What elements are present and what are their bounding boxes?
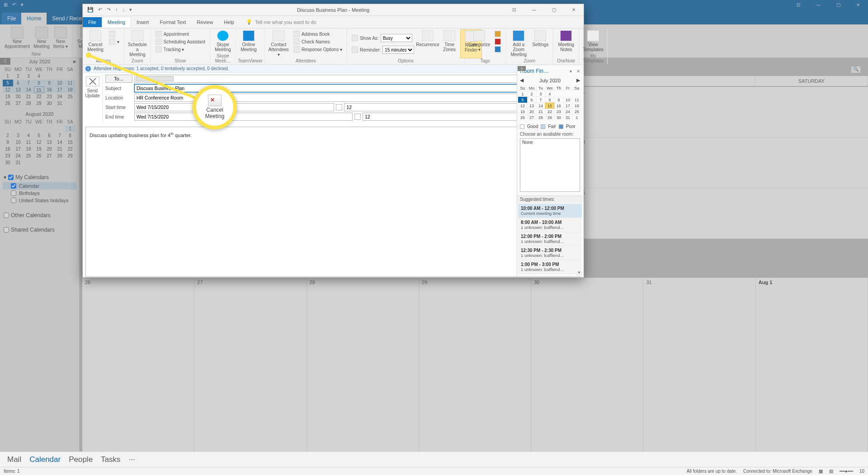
rf-mini-calendar[interactable]: SuMoTuWeThFrSa28293012345678910111213141… bbox=[518, 85, 582, 120]
ribbon-group-attendees: Contact Attendees ▾ Address Book Check N… bbox=[265, 28, 347, 64]
calendar-bottom-row: 26 27 28 29 30 31 Aug 1 bbox=[82, 278, 868, 451]
group-label-teamviewer: TeamViewer bbox=[238, 58, 263, 64]
suggested-time-item[interactable]: 10:00 AM - 12:00 PMCurrent meeting time bbox=[518, 204, 582, 218]
day-cell[interactable]: 27 bbox=[194, 278, 307, 451]
maximize-icon[interactable]: ▢ bbox=[828, 0, 848, 9]
close-icon[interactable]: ✕ bbox=[848, 0, 868, 9]
start-time-input[interactable] bbox=[344, 103, 544, 111]
day-cell[interactable]: 25 bbox=[577, 188, 868, 239]
suggested-time-item[interactable]: 1:00 PM - 3:00 PM1 unknown: lcaffiend… bbox=[518, 260, 582, 274]
check-names-icon bbox=[293, 38, 300, 45]
close-pane-icon[interactable]: ✕ bbox=[576, 69, 580, 74]
outer-window-controls: ⊡ — ▢ ✕ bbox=[788, 0, 868, 9]
search-icon[interactable]: 🔍 bbox=[851, 66, 861, 73]
response-options-button[interactable]: Response Options ▾ bbox=[292, 46, 344, 53]
ribbon-group-tags: Categorize ▾ Tags bbox=[465, 28, 506, 64]
close-icon[interactable]: ✕ bbox=[564, 4, 584, 16]
my-calendars-checkbox[interactable] bbox=[8, 175, 14, 180]
tell-me-search[interactable]: 💡Tell me what you want to do bbox=[246, 19, 316, 25]
ribbon-group-onenote: Meeting Notes OneNote bbox=[553, 28, 579, 64]
nav-calendar[interactable]: Calendar bbox=[29, 455, 61, 464]
view-templates-button[interactable]: View Templates bbox=[581, 29, 605, 53]
ribbon-display-icon[interactable]: ⊡ bbox=[788, 0, 808, 9]
other-calendars-header[interactable]: Other Calendars bbox=[3, 210, 76, 220]
group-label-onenote: OneNote bbox=[555, 58, 577, 64]
day-cell-aug1[interactable]: Aug 1 bbox=[756, 278, 868, 451]
check-names-button[interactable]: Check Names bbox=[292, 38, 344, 45]
date-picker-icon[interactable] bbox=[336, 104, 342, 110]
online-meeting-button[interactable]: Online Meeting bbox=[238, 29, 259, 58]
time-zones-icon bbox=[443, 30, 455, 41]
ribbon-group-zoom2: Add a Zoom Meeting Settings Zoom bbox=[506, 28, 553, 64]
nav-tasks[interactable]: Tasks bbox=[101, 455, 120, 464]
add-zoom-meeting-button[interactable]: Add a Zoom Meeting bbox=[508, 29, 529, 58]
maximize-icon[interactable]: ▢ bbox=[544, 4, 564, 16]
high-importance-button[interactable] bbox=[493, 38, 503, 45]
minimize-icon[interactable]: — bbox=[524, 4, 544, 16]
suggested-time-item[interactable]: 12:00 PM - 2:00 PM1 unknown: lcaffiend… bbox=[518, 232, 582, 246]
day-cell[interactable]: 30 bbox=[531, 278, 643, 451]
calendar-right-column: 11 18 25 bbox=[577, 87, 868, 239]
contact-attendees-button[interactable]: Contact Attendees ▾ bbox=[267, 29, 291, 58]
meeting-window-title: Discuss Business Plan - Meeting bbox=[297, 7, 369, 13]
legend-good-swatch bbox=[520, 124, 524, 129]
high-importance-icon bbox=[495, 38, 501, 45]
status-bar: Items: 1 All folders are up to date. Con… bbox=[0, 467, 868, 475]
shared-calendars-header[interactable]: Shared Calendars bbox=[3, 225, 76, 235]
day-cell[interactable]: 31 bbox=[643, 278, 755, 451]
zoom-settings-button[interactable]: Settings bbox=[529, 29, 551, 58]
rf-next-month-icon[interactable]: ▶ bbox=[576, 77, 580, 83]
group-label-options: Options bbox=[349, 58, 462, 64]
nav-more-icon[interactable]: ··· bbox=[129, 455, 135, 464]
calendar-checkbox[interactable] bbox=[11, 183, 16, 189]
rf-scrollbar[interactable] bbox=[576, 272, 583, 276]
rf-month-nav: ◀ July 2020 ▶ bbox=[517, 76, 583, 84]
minimize-icon[interactable]: — bbox=[808, 0, 828, 9]
ribbon-group-options: Show As:Busy Reminder:15 minutes Recurre… bbox=[347, 28, 465, 64]
suggested-time-item[interactable]: 8:00 AM - 10:00 AM1 unknown: lcaffiend… bbox=[518, 218, 582, 232]
ribbon-group-templates: View Templates My Templates bbox=[579, 28, 608, 64]
day-cell[interactable]: 11 bbox=[577, 87, 868, 138]
day-cell[interactable]: 18 bbox=[577, 138, 868, 188]
zoom-level: 10 bbox=[859, 469, 864, 474]
list-item-calendar[interactable]: Calendar bbox=[3, 182, 76, 190]
group-label-zoom2: Zoom bbox=[508, 58, 551, 64]
day-cell[interactable]: 29 bbox=[419, 278, 531, 451]
low-importance-button[interactable] bbox=[493, 46, 503, 53]
birthdays-checkbox[interactable] bbox=[11, 190, 16, 196]
legend-fair-swatch bbox=[541, 124, 545, 129]
categorize-button[interactable]: Categorize ▾ bbox=[467, 29, 492, 58]
view-normal-icon[interactable]: ▦ bbox=[819, 469, 823, 474]
group-label-attendees: Attendees bbox=[267, 58, 345, 64]
show-as-select[interactable]: Busy bbox=[381, 34, 412, 42]
my-calendars-header[interactable]: ▾My Calendars bbox=[3, 172, 76, 182]
status-updated: All folders are up to date. bbox=[687, 469, 737, 474]
tab-help[interactable]: Help bbox=[218, 17, 240, 27]
reminder-select[interactable]: 15 minutes bbox=[382, 46, 414, 54]
day-cell[interactable]: 26 bbox=[82, 278, 194, 451]
private-button[interactable] bbox=[493, 30, 503, 38]
status-connection: Connected to: Microsoft Exchange bbox=[743, 469, 812, 474]
nav-people[interactable]: People bbox=[69, 455, 93, 464]
ribbon-display-icon[interactable]: ⊡ bbox=[504, 4, 524, 16]
time-zones-button[interactable]: Time Zones bbox=[439, 29, 460, 58]
date-picker-icon[interactable] bbox=[354, 114, 361, 120]
list-item-holidays[interactable]: United States holidays bbox=[3, 197, 76, 204]
rf-room-list[interactable]: None bbox=[520, 138, 580, 192]
day-cell[interactable]: 28 bbox=[307, 278, 419, 451]
nav-mail[interactable]: Mail bbox=[7, 455, 21, 464]
categorize-icon bbox=[473, 30, 485, 41]
other-cal-checkbox[interactable] bbox=[4, 213, 9, 218]
meeting-body-editor[interactable]: Discuss updating business plan for 4th q… bbox=[85, 127, 581, 277]
view-reading-icon[interactable]: ▤ bbox=[829, 469, 833, 474]
rf-prev-month-icon[interactable]: ◀ bbox=[520, 77, 524, 83]
list-item-birthdays[interactable]: Birthdays bbox=[3, 190, 76, 197]
pane-options-icon[interactable]: ▾ bbox=[570, 69, 572, 74]
address-book-button[interactable]: Address Book bbox=[292, 30, 344, 38]
recurrence-button[interactable]: Recurrence bbox=[417, 29, 439, 58]
shared-cal-checkbox[interactable] bbox=[4, 227, 9, 233]
suggested-time-item[interactable]: 12:30 PM - 2:30 PM1 unknown: lcaffiend… bbox=[518, 246, 582, 260]
holidays-checkbox[interactable] bbox=[11, 198, 16, 203]
meeting-notes-button[interactable]: Meeting Notes bbox=[555, 29, 577, 58]
zoom-slider[interactable]: ━━●━━ bbox=[840, 469, 853, 474]
